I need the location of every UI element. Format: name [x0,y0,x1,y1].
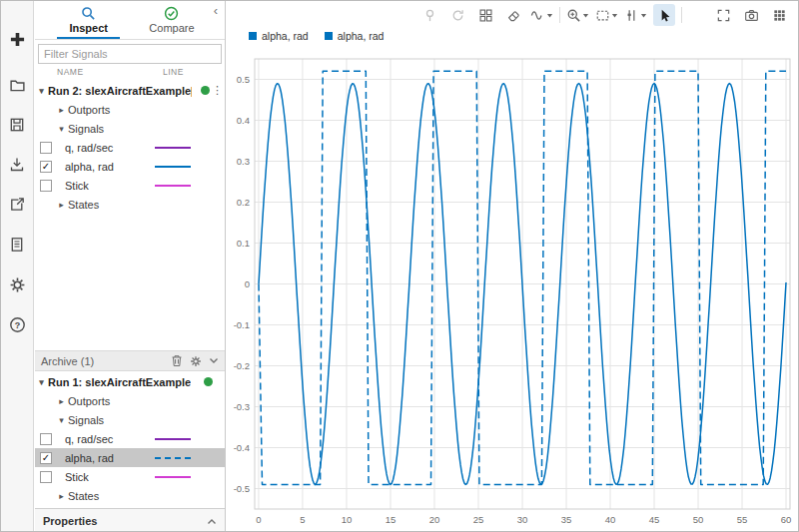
chevron-right-icon[interactable]: ▸ [55,200,68,210]
group-row-signals[interactable]: ▾ Signals [35,119,225,138]
properties-header[interactable]: Properties [35,508,225,532]
export-button[interactable] [7,195,27,215]
save-icon [9,117,25,133]
time-plot-canvas[interactable]: 051015202530354045505560-0.5-0.4-0.3-0.2… [227,27,799,532]
trash-icon[interactable] [171,354,183,367]
signal-checkbox[interactable] [40,142,52,154]
group-label: Outports [68,395,110,407]
group-label: Signals [68,123,104,135]
svg-text:-0.1: -0.1 [234,319,250,330]
chevron-down-icon[interactable]: ▾ [55,415,68,425]
zoom-in-button[interactable] [566,4,589,26]
svg-text:15: 15 [386,514,397,525]
help-button[interactable]: ? [7,314,27,334]
chevron-right-icon[interactable]: ▸ [55,396,68,406]
column-line: LINE [163,67,184,77]
add-button[interactable] [7,29,27,49]
svg-text:0.5: 0.5 [237,74,250,85]
signal-line-sample [155,438,191,440]
share-icon [9,197,25,213]
pin-button [418,4,440,26]
legend-item[interactable]: alpha, rad [249,30,309,42]
signal-row-selected[interactable]: ✓ alpha, rad [35,448,225,467]
archive-settings-icon[interactable] [190,355,202,367]
document-icon [9,237,25,253]
signal-style-button[interactable] [530,4,553,26]
svg-text:10: 10 [342,514,353,525]
maximize-icon [716,8,731,23]
archive-header[interactable]: Archive (1) [35,350,225,371]
maximize-button[interactable] [712,4,734,26]
svg-text:0: 0 [245,278,250,289]
signal-checkbox[interactable] [40,180,52,192]
eraser-icon [506,8,521,23]
svg-text:55: 55 [737,514,748,525]
panel-tabs: Inspect Compare ‹ [35,1,225,40]
chevron-right-icon[interactable]: ▸ [55,491,68,501]
legend-label: alpha, rad [338,30,385,42]
camera-icon [744,8,759,23]
filter-signals-input[interactable] [38,44,222,64]
chevron-up-icon[interactable] [207,518,217,525]
group-row-states[interactable]: ▸ States [35,486,225,505]
fit-to-view-button[interactable] [595,4,618,26]
signal-checkbox[interactable]: ✓ [40,161,52,173]
chevron-down-icon[interactable]: ▾ [35,86,48,96]
caret-down-icon [582,12,589,19]
signal-row[interactable]: Stick [35,176,225,195]
group-row-signals[interactable]: ▾ Signals [35,410,225,429]
chevron-down-icon[interactable]: ▾ [55,124,68,134]
signal-checkbox[interactable] [40,433,52,445]
run-title: Run 1: slexAircraftExample [48,376,191,388]
chevron-right-icon[interactable]: ▸ [55,105,68,115]
svg-text:60: 60 [781,514,792,525]
chevron-down-icon[interactable] [209,357,219,364]
run-row[interactable]: ▾ Run 2: slexAircraftExample[Current] ⋮ [35,81,225,100]
save-button[interactable] [7,115,27,135]
create-report-button[interactable] [7,235,27,255]
run-title: Run 2: slexAircraftExample[Current] [48,85,192,97]
group-row-outports[interactable]: ▸ Outports [35,391,225,410]
clear-plots-button[interactable] [502,4,524,26]
svg-text:30: 30 [517,514,528,525]
open-button[interactable] [7,75,27,95]
layout-options-button[interactable] [768,4,790,26]
import-button[interactable] [7,155,27,175]
zoom-in-icon [566,8,581,23]
signal-row[interactable]: ✓ alpha, rad [35,157,225,176]
data-cursors-button[interactable] [624,4,647,26]
signal-checkbox[interactable]: ✓ [40,452,52,464]
tab-inspect[interactable]: Inspect [47,1,130,39]
legend-swatch [249,32,257,40]
kebab-menu-icon[interactable]: ⋮ [210,84,225,97]
download-icon [9,157,25,173]
pointer-button[interactable] [653,4,675,26]
check-icon: ✓ [42,453,50,463]
svg-text:-0.3: -0.3 [234,401,250,412]
svg-text:-0.5: -0.5 [234,483,250,494]
group-row-states[interactable]: ▸ States [35,195,225,214]
preferences-button[interactable] [7,274,27,294]
snapshot-button[interactable] [740,4,762,26]
pin-icon [422,8,437,23]
subplot-layout-button[interactable] [474,4,496,26]
signal-row[interactable]: Stick [35,467,225,486]
group-row-outports[interactable]: ▸ Outports [35,100,225,119]
legend-item[interactable]: alpha, rad [325,30,385,42]
svg-text:20: 20 [429,514,440,525]
chevron-down-icon[interactable]: ▾ [35,377,48,387]
data-cursors-icon [624,8,639,23]
plot-legend: alpha, rad alpha, rad [249,30,384,42]
group-label: Outports [68,104,110,116]
signal-checkbox[interactable] [40,471,52,483]
run-status-dot [204,377,213,386]
run-row[interactable]: ▾ Run 1: slexAircraftExample [35,372,225,391]
search-icon [81,6,96,21]
tab-compare[interactable]: Compare [130,1,213,39]
signal-row[interactable]: q, rad/sec [35,429,225,448]
collapse-panel-icon[interactable]: ‹ [214,1,225,39]
plot-area: alpha, rad alpha, rad 051015202530354045… [227,1,798,531]
folder-icon [9,77,26,94]
signal-browser-panel: Inspect Compare ‹ NAME LINE ▾ Run 2: sle… [35,1,226,532]
signal-row[interactable]: q, rad/sec [35,138,225,157]
